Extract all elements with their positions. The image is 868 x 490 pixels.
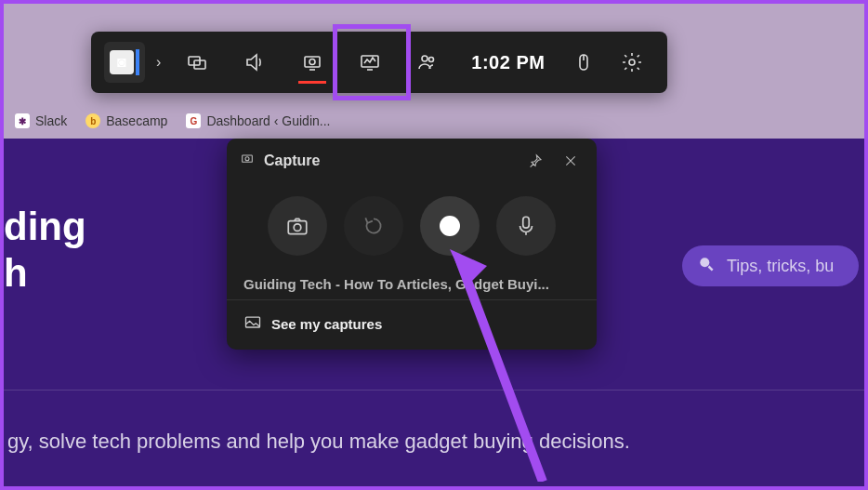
widgets-button[interactable] (170, 35, 224, 89)
svg-rect-3 (305, 57, 320, 67)
svg-rect-10 (243, 155, 253, 162)
search-placeholder: Tips, tricks, bu (727, 257, 834, 276)
bookmark-label: Slack (35, 113, 67, 128)
record-last-button[interactable] (344, 196, 403, 256)
mouse-button[interactable] (561, 35, 606, 89)
bookmark-slack[interactable]: ✱ Slack (15, 113, 67, 128)
gallery-icon (243, 313, 262, 335)
svg-point-0 (700, 258, 709, 267)
svg-point-6 (422, 56, 427, 61)
active-app-tile[interactable]: ◙ (104, 42, 145, 83)
see-captures-button[interactable]: See my captures (227, 299, 597, 350)
xbox-social-button[interactable] (401, 35, 454, 89)
svg-point-9 (629, 60, 635, 65)
capture-title: Capture (264, 152, 513, 169)
start-recording-button[interactable] (420, 196, 480, 256)
pin-button[interactable] (522, 148, 548, 174)
capture-header: Capture (227, 139, 597, 183)
clock: 1:02 PM (458, 52, 558, 73)
close-button[interactable] (558, 148, 584, 174)
svg-rect-12 (288, 221, 307, 234)
settings-button[interactable] (610, 35, 654, 89)
record-icon (440, 216, 460, 236)
xbox-game-bar: ◙ › 1:02 PM (91, 32, 667, 93)
bookmarks-bar: ✱ Slack b Basecamp G Dashboard ‹ Guidin.… (15, 113, 330, 128)
svg-point-7 (429, 58, 434, 62)
bookmark-label: Basecamp (106, 113, 167, 128)
app-accent (136, 49, 139, 75)
basecamp-icon: b (85, 113, 100, 128)
bookmark-dashboard[interactable]: G Dashboard ‹ Guidin... (186, 113, 330, 128)
performance-button[interactable] (343, 35, 397, 89)
see-captures-label: See my captures (271, 316, 382, 332)
roblox-icon: ◙ (110, 50, 134, 74)
divider (4, 390, 864, 391)
svg-point-13 (294, 224, 301, 232)
headline: ding h (4, 204, 86, 298)
search-input[interactable]: Tips, tricks, bu (682, 245, 859, 286)
svg-point-11 (245, 157, 249, 161)
gt-icon: G (186, 113, 201, 128)
capture-context-line: Guiding Tech - How To Articles, Gadget B… (227, 265, 597, 299)
headline-frag-2: h (4, 250, 86, 297)
mic-button[interactable] (496, 196, 556, 256)
headline-frag-1: ding (4, 204, 86, 250)
sub-headline: gy, solve tech problems and help you mak… (7, 430, 630, 454)
audio-button[interactable] (228, 35, 282, 89)
capture-panel: Capture Guiding Tech - How To Articles, … (227, 139, 597, 350)
svg-point-4 (309, 60, 315, 65)
capture-actions (227, 183, 597, 265)
svg-rect-14 (523, 217, 530, 228)
active-indicator (298, 81, 326, 84)
bookmark-basecamp[interactable]: b Basecamp (85, 113, 167, 128)
bookmark-label: Dashboard ‹ Guidin... (206, 113, 330, 128)
screenshot-button[interactable] (268, 196, 327, 256)
chevron-right-icon[interactable]: › (151, 54, 166, 71)
capture-button[interactable] (285, 35, 339, 89)
slack-icon: ✱ (15, 113, 30, 128)
search-icon (697, 255, 716, 278)
capture-title-icon (240, 152, 255, 170)
